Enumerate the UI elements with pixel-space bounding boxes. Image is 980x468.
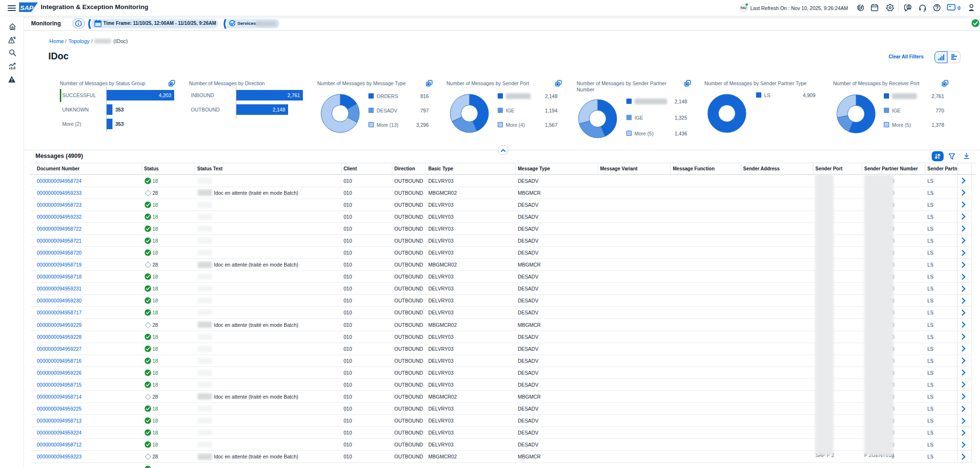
svg-text:SAP: SAP	[20, 4, 34, 11]
